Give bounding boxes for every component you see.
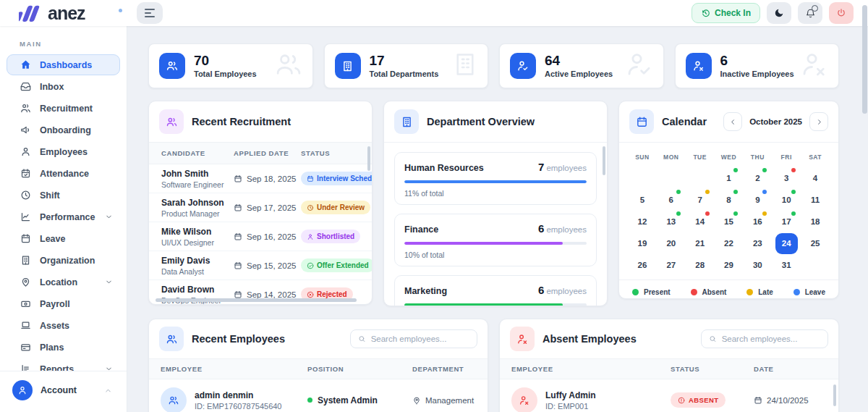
calendar-day[interactable]: 13 bbox=[657, 211, 686, 232]
alert-circle-icon bbox=[678, 397, 685, 404]
vertical-scrollbar[interactable] bbox=[367, 146, 370, 171]
sidebar-account[interactable]: Account bbox=[0, 371, 127, 412]
sidebar-item-location[interactable]: Location bbox=[7, 272, 120, 293]
sidebar-item-plans[interactable]: Plans bbox=[7, 337, 120, 358]
brand-name: anez bbox=[48, 4, 85, 22]
calendar-day[interactable]: 10 bbox=[772, 189, 801, 211]
check-in-button[interactable]: Check In bbox=[692, 3, 760, 23]
calendar-day[interactable]: 5 bbox=[628, 189, 657, 211]
calendar-day[interactable]: 22 bbox=[715, 232, 744, 254]
sidebar-item-organization[interactable]: Organization bbox=[7, 250, 120, 271]
calendar-day[interactable]: 11 bbox=[801, 189, 830, 211]
late-dot bbox=[746, 289, 753, 295]
calendar-day[interactable]: 4 bbox=[801, 167, 830, 189]
calendar-day[interactable]: 2 bbox=[743, 167, 772, 189]
calendar-day[interactable]: 17 bbox=[772, 211, 801, 232]
sidebar-item-reports[interactable]: Reports bbox=[7, 358, 120, 371]
calendar-day[interactable]: 26 bbox=[628, 254, 657, 276]
employee-id: ID: EMP1760787545640 bbox=[195, 402, 281, 411]
applied-date: Sep 16, 2025 bbox=[247, 232, 296, 241]
department-item[interactable]: Marketing6employees 10% of total bbox=[394, 275, 597, 306]
sidebar-item-recruitment[interactable]: Recruitment bbox=[7, 98, 120, 119]
calendar-day[interactable]: 27 bbox=[657, 254, 686, 276]
calendar-day[interactable]: 7 bbox=[686, 189, 715, 211]
calendar-prev-button[interactable] bbox=[723, 112, 742, 131]
middle-row: Recent Recruitment CANDIDATE APPLIED DAT… bbox=[148, 101, 839, 306]
stat-value: 6 bbox=[720, 54, 794, 68]
calendar-day[interactable]: 1 bbox=[715, 167, 744, 189]
calendar-day[interactable]: 15 bbox=[715, 211, 744, 232]
calendar-day-selected[interactable]: 24 bbox=[772, 232, 801, 254]
calendar-day[interactable]: 12 bbox=[628, 211, 657, 232]
department-item[interactable]: Human Resources7employees 11% of total bbox=[394, 152, 597, 205]
horizontal-scrollbar[interactable] bbox=[156, 298, 357, 302]
sidebar-item-assets[interactable]: Assets bbox=[7, 315, 120, 336]
calendar-day[interactable]: 16 bbox=[743, 211, 772, 232]
chevron-up-icon bbox=[104, 387, 112, 395]
calendar-day[interactable]: 6 bbox=[657, 189, 686, 211]
vertical-scrollbar[interactable] bbox=[603, 146, 605, 175]
calendar-day[interactable]: 8 bbox=[715, 189, 744, 211]
calendar-next-button[interactable] bbox=[809, 112, 828, 131]
calendar-day[interactable]: 3 bbox=[772, 167, 801, 189]
chevron-down-icon bbox=[105, 213, 113, 221]
vertical-scrollbar[interactable] bbox=[833, 384, 836, 406]
table-row[interactable]: admin denminID: EMP1760787545640 System … bbox=[149, 379, 488, 412]
department-percent: 10% of total bbox=[404, 251, 587, 259]
table-row[interactable]: Luffy AdminID: EMP001 ABSENT 24/10/2025 bbox=[500, 379, 838, 412]
sidebar-item-attendance[interactable]: Attendance bbox=[7, 163, 120, 184]
column-header: APPLIED DATE bbox=[234, 149, 301, 157]
candidate-name: John Smith bbox=[161, 169, 234, 179]
chevron-down-icon bbox=[105, 278, 113, 286]
page-scrollbar[interactable] bbox=[862, 5, 867, 114]
calendar-grid: SUN MON TUE WED THU FRI SAT 1 2 3 4 5 6 … bbox=[619, 143, 838, 276]
candidate-role: UI/UX Designer bbox=[161, 238, 234, 247]
sidebar-toggle-button[interactable] bbox=[137, 2, 163, 24]
table-row[interactable]: John SmithSoftware Engineer Sep 18, 2025… bbox=[149, 164, 372, 193]
calendar-day[interactable]: 30 bbox=[743, 254, 772, 276]
table-row[interactable]: Emily DavisData Analyst Sep 15, 2025 Off… bbox=[149, 251, 372, 280]
department-overview-card: Department Overview Human Resources7empl… bbox=[383, 101, 608, 306]
calendar-day[interactable]: 20 bbox=[657, 232, 686, 254]
notifications-button[interactable] bbox=[798, 2, 822, 24]
calendar-day[interactable]: 23 bbox=[743, 232, 772, 254]
department-item[interactable]: Finance6employees 10% of total bbox=[394, 214, 597, 266]
employees-table-header: EMPLOYEE POSITION DEPARTMENT bbox=[149, 358, 488, 379]
stat-card-active-employees: 64 Active Employees bbox=[499, 43, 664, 88]
users-icon bbox=[168, 395, 179, 406]
brand-logo[interactable]: anez bbox=[0, 4, 127, 22]
calendar-day[interactable]: 31 bbox=[772, 254, 801, 276]
calendar-day[interactable]: 9 bbox=[743, 189, 772, 211]
sidebar-item-inbox[interactable]: Inbox bbox=[7, 76, 120, 97]
sidebar-item-label: Leave bbox=[40, 234, 65, 244]
calendar-icon bbox=[629, 109, 654, 134]
sidebar-item-shift[interactable]: Shift bbox=[7, 185, 120, 206]
calendar-day[interactable]: 19 bbox=[628, 232, 657, 254]
calendar-day[interactable]: 18 bbox=[801, 211, 830, 232]
table-row[interactable]: Sarah JohnsonProduct Manager Sep 17, 202… bbox=[149, 193, 372, 222]
search-input[interactable] bbox=[371, 335, 469, 343]
department-name: Finance bbox=[404, 224, 438, 235]
sidebar-item-employees[interactable]: Employees bbox=[7, 141, 120, 162]
search-input[interactable] bbox=[722, 335, 820, 343]
sidebar-item-payroll[interactable]: Payroll bbox=[7, 293, 120, 314]
sidebar-item-leave[interactable]: Leave bbox=[7, 228, 120, 249]
sidebar-item-onboarding[interactable]: Onboarding bbox=[7, 119, 120, 140]
candidate-name: Sarah Johnson bbox=[161, 198, 234, 208]
logout-power-button[interactable] bbox=[829, 2, 854, 24]
sidebar-item-dashboards[interactable]: Dashboards bbox=[7, 54, 120, 75]
calendar-day[interactable]: 25 bbox=[801, 232, 830, 254]
calendar-day[interactable]: 21 bbox=[686, 232, 715, 254]
calendar-day[interactable]: 28 bbox=[686, 254, 715, 276]
absence-date: 24/10/2025 bbox=[767, 396, 809, 405]
map-pin-icon bbox=[412, 396, 421, 405]
x-circle-icon bbox=[307, 291, 314, 298]
calendar-day[interactable]: 29 bbox=[715, 254, 744, 276]
status-badge: Offer Extended bbox=[301, 258, 372, 272]
sidebar-item-performance[interactable]: Performance bbox=[7, 206, 120, 227]
clock-icon bbox=[307, 204, 314, 211]
stat-label: Active Employees bbox=[545, 70, 613, 78]
calendar-day[interactable]: 14 bbox=[686, 211, 715, 232]
dark-mode-toggle[interactable] bbox=[767, 2, 791, 24]
table-row[interactable]: Mike WilsonUI/UX Designer Sep 16, 2025 S… bbox=[149, 222, 372, 251]
